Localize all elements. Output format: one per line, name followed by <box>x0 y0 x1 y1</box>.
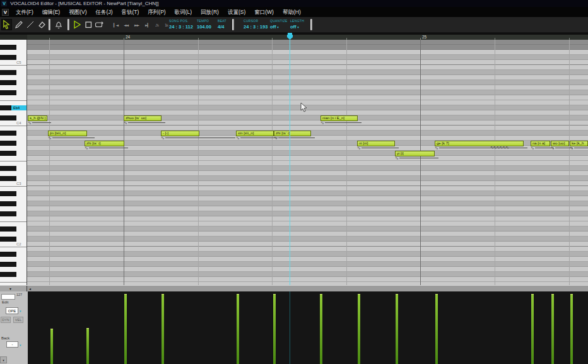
transport-field-length: LENGTHoff ▾ <box>290 19 304 30</box>
forward-button[interactable]: ►► <box>132 21 141 29</box>
parameter-value-input[interactable] <box>1 294 15 300</box>
pencil-tool[interactable] <box>13 19 24 30</box>
black-key[interactable] <box>0 141 16 146</box>
vocaloid-editor-window: V VOCALOID4 Editor - [MUSICAL EDITOR - N… <box>0 0 588 364</box>
piano-keyboard[interactable]: C5C4C3C2Eb4 <box>0 40 27 285</box>
parameter-bar[interactable] <box>570 294 573 364</box>
timeline-ruler[interactable]: 2425 <box>27 35 588 40</box>
piano-roll[interactable]: s_h @N ]∿zhuo [ts` uo]∿nian [n i E_n]∿ji… <box>27 40 588 285</box>
black-key[interactable] <box>0 131 16 136</box>
black-key[interactable] <box>0 70 16 75</box>
note[interactable]: zhuo [ts` uo] <box>124 115 162 121</box>
note[interactable]: zhi [ts` i] <box>274 131 311 136</box>
note-length-button[interactable]: ♪s <box>152 21 162 29</box>
note[interactable]: - [-] <box>161 131 199 136</box>
eraser-tool[interactable] <box>36 19 47 30</box>
play-button[interactable] <box>71 19 82 30</box>
black-key[interactable] <box>0 252 16 257</box>
parameter-graph-area[interactable] <box>28 291 588 364</box>
black-key[interactable] <box>0 191 16 196</box>
vel-parameter-button[interactable]: VEL <box>13 317 23 323</box>
parameter-bar[interactable] <box>162 294 164 364</box>
menu-item-8[interactable]: 回放(R) <box>196 7 223 17</box>
menu-item-11[interactable]: 帮助(H) <box>278 7 305 17</box>
transport-field-value[interactable]: off ▾ <box>290 24 304 30</box>
toolbar-grip[interactable] <box>310 19 312 30</box>
grid-row-white <box>27 65 588 70</box>
back-dropdown-icon[interactable]: ▾ <box>20 343 21 347</box>
title-bar[interactable]: V VOCALOID4 Editor - [MUSICAL EDITOR - N… <box>0 0 588 7</box>
grid-row-white <box>27 120 588 126</box>
note[interactable]: jin [ts\i_n] <box>48 131 87 136</box>
black-key[interactable] <box>0 226 16 232</box>
black-key[interactable] <box>0 90 16 95</box>
menu-item-2[interactable]: 编辑(E) <box>38 7 64 17</box>
pointer-tool[interactable] <box>1 19 12 30</box>
black-key[interactable] <box>0 176 16 181</box>
note[interactable]: xin [s\i_n] <box>236 131 274 136</box>
note[interactable]: ge [k 7] <box>435 141 524 146</box>
black-key[interactable] <box>0 80 16 85</box>
black-key[interactable] <box>0 211 16 216</box>
pointer-icon <box>2 20 11 30</box>
grid-row-black <box>27 262 588 267</box>
parameter-bar[interactable] <box>435 294 438 364</box>
horizontal-scrollbar[interactable]: ▾ ◂ <box>0 285 588 291</box>
note-draw-tool[interactable] <box>53 19 64 30</box>
black-key[interactable] <box>0 272 16 277</box>
menu-item-9[interactable]: 设置(S) <box>223 7 250 17</box>
black-key[interactable] <box>0 151 16 156</box>
parameter-bar[interactable] <box>358 294 360 364</box>
menu-item-10[interactable]: 窗口(W) <box>250 7 278 17</box>
menu-item-3[interactable]: 视图(V) <box>64 7 91 17</box>
ope-parameter-button[interactable]: OPE <box>6 307 18 314</box>
parameter-bar[interactable] <box>320 294 322 364</box>
parameter-bar[interactable] <box>124 294 127 364</box>
black-key[interactable] <box>0 55 16 60</box>
menu-item-7[interactable]: 歌词(L) <box>170 7 196 17</box>
parameter-bar[interactable] <box>237 294 239 364</box>
stop-button[interactable] <box>83 19 93 30</box>
parameter-bar[interactable] <box>86 328 89 364</box>
black-key[interactable] <box>0 115 16 120</box>
toolbar-grip[interactable] <box>49 19 50 30</box>
playhead-ruler-marker[interactable] <box>287 35 293 40</box>
dropdown-arrow-icon[interactable]: ▾ <box>297 25 299 29</box>
parameter-bar[interactable] <box>531 294 534 364</box>
menu-item-4[interactable]: 任务(J) <box>91 7 117 17</box>
parameter-bar[interactable] <box>396 294 398 364</box>
black-key[interactable] <box>0 105 11 110</box>
note[interactable]: ni [ni] <box>357 141 395 146</box>
scroll-down-icon[interactable]: ▾ <box>0 356 7 363</box>
line-tool[interactable] <box>25 19 35 30</box>
to-end-button[interactable]: ►▎ <box>143 21 152 29</box>
black-key[interactable] <box>0 237 16 242</box>
parameter-bar[interactable] <box>551 294 554 364</box>
rewind-button[interactable]: ◄◄ <box>121 21 131 29</box>
transport-field-value[interactable]: off ▾ <box>270 24 288 30</box>
note[interactable]: nian [n i E_n] <box>320 115 358 121</box>
black-key[interactable] <box>0 201 16 206</box>
document-icon[interactable]: V <box>2 9 9 16</box>
toolbar-grip[interactable] <box>232 19 234 30</box>
dropdown-arrow-icon[interactable]: ▾ <box>276 25 279 29</box>
toolbar-grip[interactable] <box>68 19 69 30</box>
pitch-line <box>165 138 235 138</box>
black-key[interactable] <box>0 166 16 171</box>
loop-button[interactable] <box>93 19 104 30</box>
menu-item-5[interactable]: 音轨(T) <box>117 7 143 17</box>
menu-item-1[interactable]: 文件(F) <box>11 7 38 17</box>
to-start-button[interactable]: ▎◄ <box>111 21 121 29</box>
dyn-parameter-button[interactable]: DYN <box>1 317 11 323</box>
parameter-bar[interactable] <box>50 329 53 364</box>
back-value-dropdown[interactable]: - <box>6 341 18 348</box>
menu-item-6[interactable]: 序列(P) <box>143 7 170 17</box>
note[interactable]: zhi [ts` i] <box>85 141 124 146</box>
grid-row-white <box>27 100 588 105</box>
ope-dropdown-icon[interactable]: ▾ <box>20 309 21 313</box>
parameter-bar[interactable] <box>273 294 276 364</box>
highlighted-key-eb4[interactable]: Eb4 <box>11 105 27 110</box>
black-key[interactable] <box>0 45 16 50</box>
note[interactable]: yi [i] <box>395 151 435 156</box>
black-key[interactable] <box>0 262 16 267</box>
